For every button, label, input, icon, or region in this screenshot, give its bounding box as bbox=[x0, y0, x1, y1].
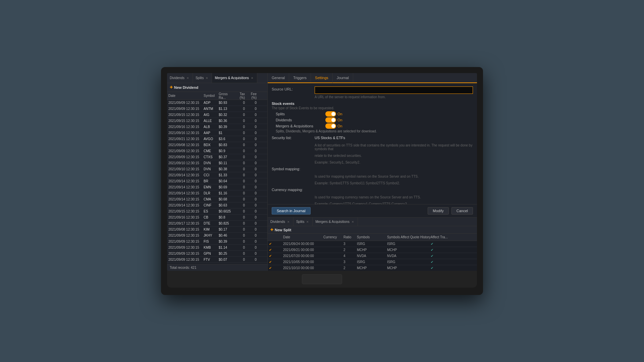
cell-fee: 0 bbox=[245, 234, 257, 237]
cell-date: 2021/09/14 12:30:15 bbox=[168, 185, 204, 189]
dividend-table-row[interactable]: 2021/09/09 12:30:15 FIS $0.39 0 0 bbox=[167, 239, 267, 245]
mergers-toggle[interactable]: On bbox=[325, 123, 342, 129]
source-url-hint: A URL of the server to request informati… bbox=[315, 95, 473, 99]
splits-toggle[interactable]: On bbox=[325, 111, 342, 117]
laptop-shell: Dividends ✕ Splits ✕ Mergers & Acquisiti… bbox=[161, 67, 483, 295]
cell-symbol: DLR bbox=[204, 191, 219, 195]
dividend-table-row[interactable]: 2021/09/10 12:30:15 DVN $0.38 0 0 bbox=[167, 166, 267, 172]
cell-date: 2021/09/16 12:30:15 bbox=[168, 216, 204, 219]
dividend-table-row[interactable]: 2021/09/15 12:30:15 AIG $0.32 0 0 bbox=[167, 112, 267, 118]
splits-symbols: ISRG bbox=[357, 260, 387, 264]
dividend-table-row[interactable]: 2021/09/14 12:30:15 DLR $1.16 0 0 bbox=[167, 190, 267, 196]
dividend-table-row[interactable]: 2021/09/10 12:30:15 DVN $0.11 0 0 bbox=[167, 160, 267, 166]
source-url-label: Source URL: bbox=[272, 86, 312, 91]
bottom-tab-dividends-close[interactable]: ✕ bbox=[286, 220, 290, 224]
tab-journal[interactable]: Journal bbox=[333, 73, 353, 82]
cell-fee: 0 bbox=[245, 222, 257, 225]
dividend-table-row[interactable]: 2021/09/16 12:30:15 CB $0.8 0 0 bbox=[167, 215, 267, 221]
dividend-table-row[interactable]: 2021/09/14 12:30:15 EMN $0.69 0 0 bbox=[167, 184, 267, 190]
tab-settings[interactable]: Settings bbox=[311, 73, 333, 83]
cell-gross: $3.6 bbox=[219, 137, 235, 141]
dividends-toggle-track[interactable] bbox=[325, 117, 336, 123]
splits-toggle-label: Splits bbox=[276, 112, 323, 116]
splits-date: 2021/07/20 00:00:00 bbox=[283, 254, 323, 258]
cell-gross: $0.17 bbox=[219, 228, 235, 231]
cell-fee: 0 bbox=[245, 209, 257, 213]
splits-table-row[interactable]: ✔ 2021/10/10 00:00:00 2 MCHP MCHP ✔ bbox=[268, 265, 477, 271]
splits-ratio: 4 bbox=[343, 254, 357, 258]
dividend-table-row[interactable]: 2021/09/09 12:30:15 CTXS $0.37 0 0 bbox=[167, 154, 267, 160]
bottom-panel-header: ✚ New Split bbox=[268, 226, 477, 234]
cell-gross: $0.07 bbox=[219, 258, 235, 261]
cell-tax: 0 bbox=[235, 246, 245, 249]
cancel-button[interactable]: Cancel bbox=[451, 207, 473, 215]
dividend-table-row[interactable]: 2021/09/14 12:30:15 CMA $0.68 0 0 bbox=[167, 196, 267, 202]
dividend-table-row[interactable]: 2021/09/17 12:30:15 DTE $0.825 0 0 bbox=[167, 221, 267, 227]
source-url-input[interactable] bbox=[315, 86, 473, 94]
splits-table-row[interactable]: ✔ 2021/07/20 00:00:00 4 NVDA NVDA ✔ bbox=[268, 253, 477, 259]
bottom-tab-dividends-label: Dividends bbox=[270, 220, 285, 224]
cell-fee: 0 bbox=[245, 240, 257, 243]
dividend-table-row[interactable]: 2021/09/08 12:30:15 BDX $0.83 0 0 bbox=[167, 142, 267, 148]
dividend-table-row[interactable]: 2021/09/09 12:30:15 JKHY $0.46 0 0 bbox=[167, 233, 267, 239]
cell-tax: 0 bbox=[235, 185, 245, 189]
cell-tax: 0 bbox=[235, 216, 245, 219]
dividend-table-row[interactable]: 2021/09/09 12:30:15 KMB $1.14 0 0 bbox=[167, 245, 267, 251]
splits-sym-affect: MCHP bbox=[387, 248, 431, 252]
cell-fee: 0 bbox=[245, 137, 257, 141]
bottom-tab-splits-close[interactable]: ✕ bbox=[306, 220, 310, 224]
splits-table-row[interactable]: ✔ 2021/09/24 00:00:00 3 ISRG ISRG ✔ bbox=[268, 241, 477, 247]
dividend-table-row[interactable]: 2021/09/09 12:30:15 CME $0.9 0 0 bbox=[167, 148, 267, 154]
dividend-table-row[interactable]: 2021/09/15 12:30:15 ALLE $0.36 0 0 bbox=[167, 118, 267, 124]
splits-table-row[interactable]: ✔ 2021/10/05 00:00:00 3 ISRG ISRG ✔ bbox=[268, 259, 477, 265]
splits-toggle-track[interactable] bbox=[325, 111, 336, 117]
dividends-toggle[interactable]: On bbox=[325, 117, 342, 123]
tab-dividends[interactable]: Dividends ✕ bbox=[167, 73, 193, 83]
cell-fee: 0 bbox=[245, 197, 257, 201]
dividend-table-row[interactable]: 2021/09/16 12:30:15 AAP $1 0 0 bbox=[167, 130, 267, 136]
splits-table-row[interactable]: ✔ 2021/09/21 00:00:00 2 MCHP MCHP ✔ bbox=[268, 247, 477, 253]
dividend-table-row[interactable]: 2021/09/15 12:30:15 ES $0.6025 0 0 bbox=[167, 208, 267, 215]
mergers-toggle-track[interactable] bbox=[325, 123, 336, 129]
cell-date: 2021/09/09 12:30:15 bbox=[168, 258, 204, 261]
search-journal-button[interactable]: Search in Journal bbox=[272, 207, 311, 215]
dividend-table-row[interactable]: 2021/09/21 12:30:15 AVGO $3.6 0 0 bbox=[167, 136, 267, 142]
tab-dividends-close[interactable]: ✕ bbox=[186, 76, 190, 80]
cell-gross: $0.39 bbox=[219, 240, 235, 243]
security-list-label: Security list: bbox=[272, 136, 312, 140]
bottom-tab-splits[interactable]: Splits ✕ bbox=[293, 218, 313, 226]
modify-button[interactable]: Modify bbox=[428, 207, 448, 215]
cell-gross: $0.39 bbox=[219, 125, 235, 129]
dividend-table-row[interactable]: 2021/09/16 12:30:15 ALB $0.39 0 0 bbox=[167, 124, 267, 130]
cell-symbol: AVGO bbox=[204, 137, 219, 141]
tab-splits[interactable]: Splits ✕ bbox=[193, 73, 212, 83]
symbol-mapping-row: Symbol mapping: bbox=[272, 167, 473, 171]
dividend-table-row[interactable]: 2021/09/08 12:30:15 KIM $0.17 0 0 bbox=[167, 227, 267, 233]
bottom-tab-dividends[interactable]: Dividends ✕ bbox=[268, 218, 293, 226]
dividend-table-row[interactable]: 2021/09/14 12:30:15 CCI $1.33 0 0 bbox=[167, 172, 267, 178]
tab-general[interactable]: General bbox=[268, 73, 289, 82]
cell-date: 2021/09/08 12:30:15 bbox=[168, 143, 204, 147]
tab-splits-close[interactable]: ✕ bbox=[205, 76, 209, 80]
cell-tax: 0 bbox=[235, 240, 245, 243]
cell-date: 2021/09/15 12:30:15 bbox=[168, 113, 204, 117]
tab-triggers[interactable]: Triggers bbox=[289, 73, 311, 82]
tab-mergers-close[interactable]: ✕ bbox=[250, 76, 254, 80]
bottom-tab-mergers-close[interactable]: ✕ bbox=[351, 220, 355, 224]
cell-symbol: CTXS bbox=[204, 155, 219, 159]
cell-tax: 0 bbox=[235, 155, 245, 159]
cell-fee: 0 bbox=[245, 258, 257, 261]
dividend-table-row[interactable]: 2021/09/09 12:30:15 ANTM $1.13 0 0 bbox=[167, 106, 267, 112]
cell-date: 2021/09/09 12:30:15 bbox=[168, 107, 204, 111]
tab-mergers[interactable]: Mergers & Acquisitions ✕ bbox=[212, 73, 257, 83]
cell-tax: 0 bbox=[235, 137, 245, 141]
bottom-tab-mergers[interactable]: Mergers & Acquisitions ✕ bbox=[313, 218, 358, 226]
dividend-table-row[interactable]: 2021/09/14 12:30:15 CINF $0.63 0 0 bbox=[167, 202, 267, 208]
dividend-table-row[interactable]: 2021/09/09 12:30:15 FTV $0.07 0 0 bbox=[167, 257, 267, 263]
dividend-table-row[interactable]: 2021/09/09 12:30:15 ADP $0.93 0 0 bbox=[167, 100, 267, 106]
dividend-table-row[interactable]: 2021/09/09 12:30:15 GPN $0.25 0 0 bbox=[167, 251, 267, 257]
cell-date: 2021/09/17 12:30:15 bbox=[168, 222, 204, 225]
splits-toggle-thumb bbox=[331, 112, 335, 116]
splits-affect-tra: ✔ bbox=[431, 242, 458, 246]
dividend-table-row[interactable]: 2021/09/14 12:30:15 BR $0.64 0 0 bbox=[167, 178, 267, 184]
